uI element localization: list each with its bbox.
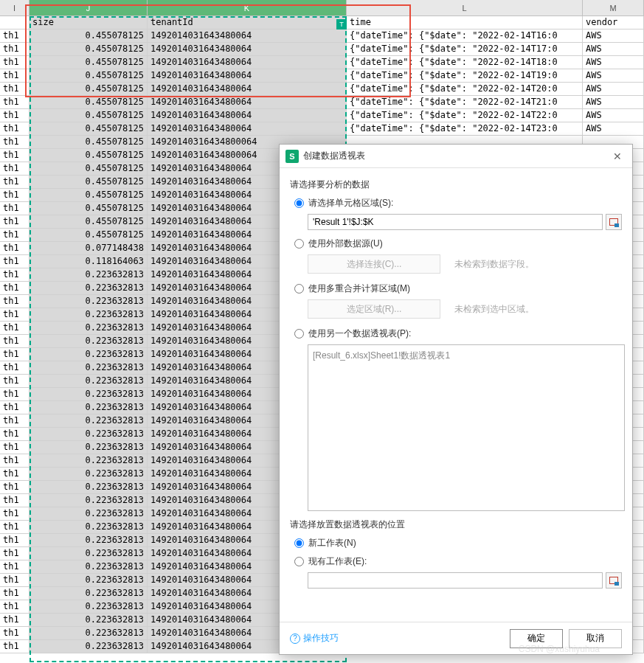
cell[interactable]: 1492014031643480064 [148, 96, 347, 108]
cell[interactable]: th1 [0, 229, 30, 241]
cell[interactable]: size [30, 16, 148, 29]
cell[interactable]: AWS [583, 96, 644, 108]
cell[interactable]: 0.455078125 [30, 189, 148, 201]
cell[interactable]: 0.223632813 [30, 534, 148, 546]
cell[interactable]: th1 [0, 348, 30, 361]
cell[interactable]: th1 [0, 454, 30, 467]
cell[interactable]: {"dateTime": {"$date": "2022-02-14T16:0 [347, 29, 583, 42]
cell[interactable]: {"dateTime": {"$date": "2022-02-14T20:0 [347, 83, 583, 95]
radio-input[interactable] [294, 239, 304, 249]
cell[interactable]: th1 [0, 176, 30, 188]
header-row[interactable]: size tenantId time vendor [0, 16, 644, 29]
table-row[interactable]: th10.4550781251492014031643480064{"dateT… [0, 29, 644, 43]
cell[interactable]: th1 [0, 308, 30, 321]
radio-input[interactable] [294, 329, 304, 339]
cell[interactable]: th1 [0, 401, 30, 414]
cell[interactable] [0, 16, 30, 29]
col-header-L[interactable]: L [347, 0, 583, 15]
cell[interactable]: th1 [0, 162, 30, 175]
cell[interactable]: 0.223632813 [30, 627, 148, 639]
existing-sheet-input[interactable] [308, 572, 603, 589]
cell[interactable]: 0.223632813 [30, 282, 148, 294]
cell[interactable]: th1 [0, 69, 30, 82]
cell[interactable]: 0.077148438 [30, 242, 148, 254]
cell[interactable]: 0.223632813 [30, 361, 148, 374]
cell[interactable]: th1 [0, 56, 30, 69]
cell[interactable]: th1 [0, 468, 30, 480]
cancel-button[interactable]: 取消 [569, 629, 622, 648]
cell[interactable]: th1 [0, 189, 30, 201]
cell[interactable]: 0.455078125 [30, 176, 148, 188]
cell[interactable]: {"dateTime": {"$date": "2022-02-14T22:0 [347, 109, 583, 122]
cell[interactable]: AWS [583, 109, 644, 122]
cell[interactable]: th1 [0, 109, 30, 122]
cell[interactable]: 0.223632813 [30, 388, 148, 400]
cell[interactable]: th1 [0, 96, 30, 108]
range-input[interactable] [308, 214, 603, 230]
cell[interactable]: 1492014031643480064 [148, 122, 347, 135]
cell[interactable]: 1492014031643480064 [148, 56, 347, 69]
cell[interactable]: 0.223632813 [30, 375, 148, 387]
cell[interactable]: 0.223632813 [30, 547, 148, 560]
radio-input[interactable] [294, 284, 304, 294]
cell[interactable]: th1 [0, 149, 30, 162]
cell[interactable]: 0.455078125 [30, 202, 148, 215]
cell[interactable]: 0.223632813 [30, 468, 148, 480]
cell[interactable]: 0.223632813 [30, 507, 148, 520]
radio-existing-sheet[interactable]: 现有工作表(E): [294, 555, 622, 568]
cell[interactable]: th1 [0, 587, 30, 600]
cell[interactable]: 0.223632813 [30, 614, 148, 626]
cell[interactable]: 0.455078125 [30, 122, 148, 135]
cell[interactable]: 0.455078125 [30, 109, 148, 122]
cell[interactable]: th1 [0, 202, 30, 215]
cell[interactable]: 0.455078125 [30, 69, 148, 82]
cell[interactable]: 0.223632813 [30, 428, 148, 440]
table-row[interactable]: th10.4550781251492014031643480064{"dateT… [0, 69, 644, 83]
cell[interactable]: {"dateTime": {"$date": "2022-02-14T23:0 [347, 122, 583, 135]
cell[interactable]: th1 [0, 375, 30, 387]
cell[interactable]: AWS [583, 29, 644, 42]
cell[interactable]: 0.455078125 [30, 56, 148, 69]
cell[interactable]: th1 [0, 43, 30, 55]
cell[interactable]: AWS [583, 69, 644, 82]
cell[interactable]: vendor [583, 16, 644, 29]
col-header-K[interactable]: K [148, 0, 347, 15]
cell[interactable]: th1 [0, 574, 30, 586]
cell[interactable]: 0.455078125 [30, 43, 148, 55]
cell[interactable]: th1 [0, 534, 30, 546]
pivot-listbox[interactable]: [Result_6.xlsx]Sheet1!数据透视表1 [308, 344, 625, 511]
cell[interactable]: 0.223632813 [30, 494, 148, 507]
cell[interactable]: th1 [0, 507, 30, 520]
table-row[interactable]: th10.4550781251492014031643480064{"dateT… [0, 56, 644, 69]
tips-link[interactable]: ? 操作技巧 [290, 632, 339, 645]
cell[interactable]: th1 [0, 295, 30, 308]
cell[interactable]: 0.118164063 [30, 255, 148, 268]
cell[interactable]: 1492014031643480064 [148, 69, 347, 82]
cell[interactable]: th1 [0, 494, 30, 507]
radio-input[interactable] [294, 557, 304, 566]
cell[interactable]: th1 [0, 481, 30, 493]
cell[interactable]: th1 [0, 414, 30, 427]
cell[interactable]: 0.455078125 [30, 215, 148, 228]
radio-input[interactable] [294, 538, 304, 548]
cell[interactable]: AWS [583, 122, 644, 135]
range-picker-icon[interactable] [606, 572, 622, 589]
table-row[interactable]: th10.4550781251492014031643480064{"dateT… [0, 96, 644, 109]
cell[interactable]: th1 [0, 136, 30, 148]
cell[interactable]: 0.223632813 [30, 600, 148, 613]
cell[interactable]: th1 [0, 640, 30, 653]
list-item[interactable]: [Result_6.xlsx]Sheet1!数据透视表1 [313, 350, 620, 362]
table-row[interactable]: th10.4550781251492014031643480064{"dateT… [0, 122, 644, 136]
cell[interactable]: 0.223632813 [30, 587, 148, 600]
close-icon[interactable]: ✕ [609, 147, 626, 165]
cell[interactable]: th1 [0, 547, 30, 560]
cell[interactable]: th1 [0, 600, 30, 613]
cell[interactable]: 1492014031643480064 [148, 29, 347, 42]
cell[interactable]: th1 [0, 122, 30, 135]
cell[interactable]: AWS [583, 43, 644, 55]
radio-another-pivot[interactable]: 使用另一个数据透视表(P): [294, 327, 622, 340]
cell[interactable]: th1 [0, 388, 30, 400]
cell[interactable]: th1 [0, 560, 30, 573]
cell[interactable]: th1 [0, 627, 30, 639]
cell[interactable]: 0.223632813 [30, 295, 148, 308]
